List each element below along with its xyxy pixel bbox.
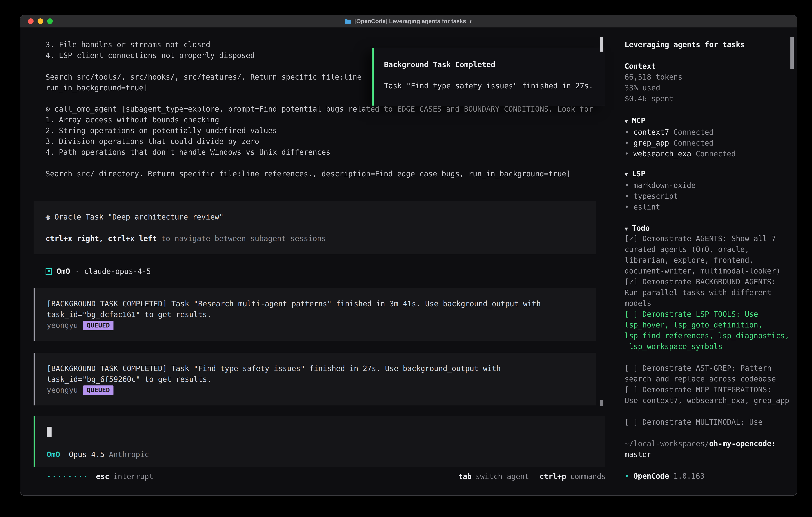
message-panel: [BACKGROUND TASK COMPLETED] Task "Resear… bbox=[34, 288, 596, 341]
lsp-section: ▼LSP •markdown-oxide •typescript •eslint bbox=[625, 168, 790, 212]
mcp-item: •context7Connected bbox=[625, 127, 790, 138]
oracle-task-panel: ◉ Oracle Task "Deep architecture review"… bbox=[34, 201, 596, 254]
oracle-task-title-row: ◉ Oracle Task "Deep architecture review" bbox=[46, 212, 584, 222]
close-window-button[interactable] bbox=[28, 19, 34, 24]
status-bar: ········ esc interrupt tab switch agent … bbox=[47, 471, 606, 482]
app-version-footer: • OpenCode 1.0.163 bbox=[625, 471, 790, 482]
message-author: yeongyu bbox=[47, 320, 78, 331]
opencode-brand: OpenCode bbox=[633, 471, 669, 482]
session-indicator-icon: ◐ bbox=[469, 16, 473, 27]
mcp-item: •websearch_exaConnected bbox=[625, 148, 790, 159]
status-badge: QUEUED bbox=[83, 321, 114, 330]
toast-title: Background Task Completed bbox=[384, 59, 594, 70]
active-agent-name: OmO bbox=[47, 449, 60, 460]
todo-items-done: [✓] Demonstrate AGENTS: Show all 7 curat… bbox=[625, 233, 790, 309]
todo-section-header[interactable]: ▼Todo bbox=[625, 223, 790, 234]
chevron-down-icon: ▼ bbox=[625, 171, 628, 178]
lsp-heading: LSP bbox=[632, 169, 645, 178]
message-panel: [BACKGROUND TASK COMPLETED] Task "Find t… bbox=[34, 353, 596, 405]
minimize-window-button[interactable] bbox=[37, 19, 43, 24]
context-heading: Context bbox=[625, 61, 790, 72]
chevron-down-icon: ▼ bbox=[625, 118, 628, 124]
message-body: [BACKGROUND TASK COMPLETED] Task "Find t… bbox=[47, 363, 584, 385]
lsp-item: •typescript bbox=[625, 191, 790, 201]
model-provider: Anthropic bbox=[109, 449, 149, 460]
traffic-lights bbox=[28, 15, 53, 27]
oracle-hint-text: to navigate between subagent sessions bbox=[157, 234, 326, 243]
record-icon: ◉ bbox=[46, 213, 55, 221]
workspace-path-row: ~/local-workspaces/oh-my-opencode: bbox=[625, 438, 790, 449]
bullet-icon: • bbox=[625, 201, 629, 212]
chevron-down-icon: ▼ bbox=[625, 225, 628, 232]
main-scrollbar-mark[interactable] bbox=[600, 400, 603, 406]
sidebar-scrollbar-thumb[interactable] bbox=[790, 37, 793, 69]
bullet-icon: • bbox=[625, 138, 629, 148]
workspace-path-prefix: ~/local-workspaces/ bbox=[625, 439, 709, 448]
tab-label: switch agent bbox=[476, 471, 529, 482]
mcp-item-name: context7 bbox=[633, 127, 669, 138]
todo-item-active: [ ] Demonstrate LSP TOOLS: Use lsp_hover… bbox=[625, 309, 790, 352]
context-section: Context 66,518 tokens 33% used $0.46 spe… bbox=[625, 61, 790, 104]
main-scrollbar-thumb[interactable] bbox=[600, 37, 603, 52]
message-meta: yeongyu QUEUED bbox=[47, 320, 584, 331]
agent-icon bbox=[46, 268, 52, 274]
ctrlp-label: commands bbox=[570, 471, 606, 482]
mcp-section: ▼MCP •context7Connected •grep_appConnect… bbox=[625, 115, 790, 159]
mcp-item-status: Connected bbox=[673, 138, 714, 148]
session-title: Leveraging agents for tasks bbox=[625, 39, 790, 50]
status-right: tab switch agent ctrl+p commands bbox=[458, 471, 606, 482]
todo-items-pending: [ ] Demonstrate AST-GREP: Pattern search… bbox=[625, 363, 790, 428]
bullet-icon: • bbox=[625, 191, 629, 201]
gear-icon: ⚙ bbox=[46, 105, 55, 113]
window-titlebar[interactable]: [OpenCode] Leveraging agents for tasks ◐ bbox=[20, 15, 797, 28]
oracle-hint-row: ctrl+x right, ctrl+x left to navigate be… bbox=[46, 233, 584, 244]
message-author: yeongyu bbox=[47, 385, 78, 396]
todo-heading: Todo bbox=[632, 224, 650, 232]
bullet-icon: • bbox=[625, 127, 629, 138]
status-badge: QUEUED bbox=[83, 385, 114, 395]
model-row: OmO Opus 4.5 Anthropic bbox=[47, 449, 592, 460]
oracle-hint-keys: ctrl+x right, ctrl+x left bbox=[46, 234, 157, 243]
tool-call-block: ⚙ call_omo_agent [subagent_type=explore,… bbox=[46, 104, 602, 179]
background-task-toast: Background Task Completed Task "Find typ… bbox=[372, 48, 605, 106]
context-stats: 66,518 tokens 33% used $0.46 spent bbox=[625, 72, 790, 104]
tab-key-hint: tab bbox=[458, 471, 472, 482]
workspace-branch: master bbox=[625, 449, 790, 460]
message-body: [BACKGROUND TASK COMPLETED] Task "Resear… bbox=[47, 298, 584, 320]
lsp-item-name: typescript bbox=[633, 191, 678, 201]
agent-session-header: OmO · claude-opus-4-5 bbox=[46, 266, 151, 277]
desktop: [OpenCode] Leveraging agents for tasks ◐… bbox=[0, 0, 812, 517]
lsp-item: •markdown-oxide bbox=[625, 180, 790, 191]
lsp-item: •eslint bbox=[625, 201, 790, 212]
window-title-text: [OpenCode] Leveraging agents for tasks bbox=[354, 16, 466, 27]
lsp-item-name: eslint bbox=[633, 201, 660, 212]
workspace-repo: oh-my-opencode: bbox=[709, 439, 776, 448]
ctrlp-key-hint: ctrl+p bbox=[540, 471, 566, 482]
agent-separator: · bbox=[75, 266, 79, 277]
zoom-window-button[interactable] bbox=[47, 19, 53, 24]
window-title: [OpenCode] Leveraging agents for tasks ◐ bbox=[345, 16, 473, 27]
mcp-section-header[interactable]: ▼MCP bbox=[625, 115, 790, 127]
bullet-icon: • bbox=[625, 148, 629, 159]
lsp-section-header[interactable]: ▼LSP bbox=[625, 168, 790, 180]
app-version: 1.0.163 bbox=[673, 471, 705, 482]
bullet-icon: • bbox=[625, 180, 629, 191]
oracle-task-title: Oracle Task "Deep architecture review" bbox=[55, 213, 224, 221]
workspace-info: ~/local-workspaces/oh-my-opencode: maste… bbox=[625, 438, 790, 460]
mcp-item-name: grep_app bbox=[633, 138, 669, 148]
esc-label: interrupt bbox=[113, 471, 153, 482]
message-meta: yeongyu QUEUED bbox=[47, 385, 584, 396]
agent-name: OmO bbox=[57, 266, 70, 277]
mcp-item-name: websearch_exa bbox=[633, 148, 691, 159]
mcp-item: •grep_appConnected bbox=[625, 138, 790, 148]
text-cursor bbox=[47, 427, 52, 437]
tool-call-text: call_omo_agent [subagent_type=explore, p… bbox=[46, 105, 593, 178]
agent-model: claude-opus-4-5 bbox=[84, 266, 151, 277]
busy-spinner-icon: ········ bbox=[47, 471, 89, 482]
mcp-item-status: Connected bbox=[696, 148, 736, 159]
mcp-heading: MCP bbox=[632, 116, 645, 125]
terminal-window: [OpenCode] Leveraging agents for tasks ◐… bbox=[20, 15, 797, 496]
status-left: ········ esc interrupt bbox=[47, 471, 153, 482]
mcp-item-status: Connected bbox=[673, 127, 714, 138]
prompt-input[interactable]: OmO Opus 4.5 Anthropic bbox=[34, 416, 605, 467]
